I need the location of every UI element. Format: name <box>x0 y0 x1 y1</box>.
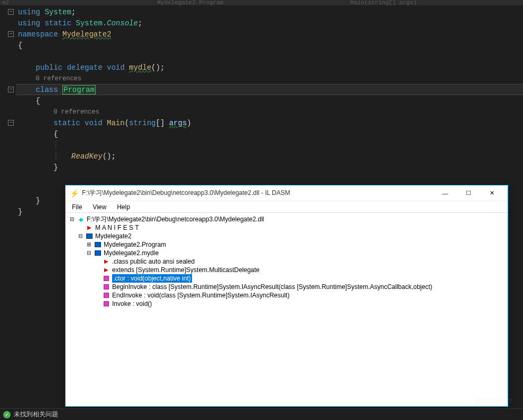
delegate-name: mydle <box>129 63 151 72</box>
assembly-icon: ◆ <box>77 215 85 223</box>
keyword: public <box>36 63 62 72</box>
tree-toggle-icon[interactable]: ⊟ <box>77 233 84 239</box>
ildasm-titlebar[interactable]: ⚡ F:\学习\Mydelegate2\bin\Debug\netcoreapp… <box>66 185 508 201</box>
brace: { <box>18 41 22 50</box>
arrow-icon: ▶ <box>103 266 110 274</box>
namespace-decl: Mydelegate2 <box>62 30 111 39</box>
keyword: using <box>18 8 40 16</box>
ildasm-menubar: File View Help <box>66 201 508 213</box>
method-icon <box>103 301 110 306</box>
tree-invoke[interactable]: Invoke : void() <box>69 300 504 308</box>
namespace-ref: System <box>44 8 71 16</box>
keyword: using static <box>18 19 71 27</box>
keyword: namespace <box>18 30 58 39</box>
breadcrumb-right: Main(string[] args) <box>351 0 417 5</box>
method-icon <box>103 284 110 290</box>
fold-icon[interactable]: − <box>8 31 14 37</box>
class-name: Program <box>63 86 95 94</box>
keyword: static <box>53 119 80 127</box>
status-text: 未找到相关问题 <box>14 410 58 419</box>
keyword: class <box>36 86 58 94</box>
class-icon <box>94 250 102 256</box>
tree-root[interactable]: ⊟◆F:\学习\Mydelegate2\bin\Debug\netcoreapp… <box>69 215 504 223</box>
tree-namespace[interactable]: ⊟Mydelegate2 <box>69 232 504 240</box>
window-title: F:\学习\Mydelegate2\bin\Debug\netcoreapp3.… <box>82 189 434 198</box>
parameter: args <box>169 119 187 127</box>
tree-class-decl[interactable]: ▶.class public auto ansi sealed <box>69 257 504 266</box>
brace: { <box>36 97 40 105</box>
class-icon <box>94 242 102 247</box>
tree-toggle-icon[interactable]: ⊞ <box>86 241 92 248</box>
fold-icon[interactable]: − <box>8 120 14 126</box>
tree-manifest[interactable]: ▶M A N I F E S T <box>69 223 504 232</box>
breadcrumb-bar: e2 Mydelegate2.Program Main(string[] arg… <box>0 0 523 5</box>
breadcrumb-left: e2 <box>2 0 9 5</box>
minimize-button[interactable]: — <box>434 186 457 201</box>
menu-help[interactable]: Help <box>113 202 134 212</box>
keyword: void <box>85 119 103 127</box>
namespace-ref: System. <box>76 19 107 27</box>
keyword: void <box>107 63 125 72</box>
codelens-references[interactable]: 0 references <box>53 108 99 116</box>
tree-ctor-selected[interactable]: .ctor : void(object,native int) <box>69 274 504 283</box>
status-bar: ✓ 未找到相关问题 <box>0 408 523 420</box>
tree-extends[interactable]: ▶extends [System.Runtime]System.Multicas… <box>69 266 504 274</box>
method-call: ReadKey <box>71 152 103 161</box>
tree-endinvoke[interactable]: EndInvoke : void(class [System.Runtime]S… <box>69 291 504 300</box>
class-ref: Console <box>107 19 138 27</box>
menu-file[interactable]: File <box>68 202 86 212</box>
manifest-icon: ▶ <box>86 223 93 232</box>
tree-toggle-icon[interactable]: ⊟ <box>86 250 92 256</box>
tree-begininvoke[interactable]: BeginInvoke : class [System.Runtime]Syst… <box>69 283 504 291</box>
status-ok-icon: ✓ <box>3 411 11 418</box>
tree-toggle-icon[interactable]: ⊟ <box>69 216 75 222</box>
ildasm-window[interactable]: ⚡ F:\学习\Mydelegate2\bin\Debug\netcoreapp… <box>65 185 508 407</box>
brace: } <box>53 163 58 172</box>
method-icon <box>103 293 110 298</box>
codelens-references[interactable]: 0 references <box>36 75 81 82</box>
menu-view[interactable]: View <box>88 202 111 212</box>
tree-class-mydle[interactable]: ⊟Mydelegate2.mydle <box>69 249 504 257</box>
fold-icon[interactable]: − <box>8 87 14 92</box>
close-button[interactable]: ✕ <box>480 186 503 201</box>
tree-class-program[interactable]: ⊞Mydelegate2.Program <box>69 240 504 249</box>
maximize-button[interactable]: ☐ <box>457 186 480 201</box>
method-icon <box>103 276 110 281</box>
assembly-tree[interactable]: ⊟◆F:\学习\Mydelegate2\bin\Debug\netcoreapp… <box>66 213 508 310</box>
brace: { <box>53 130 58 138</box>
bolt-icon: ⚡ <box>70 189 79 198</box>
watermark: @51CTO 57 <box>474 397 512 405</box>
gutter: − − − − <box>0 5 16 407</box>
type: string <box>129 119 155 127</box>
method-name: Main <box>107 119 125 127</box>
keyword: delegate <box>67 63 102 72</box>
breadcrumb-mid: Mydelegate2.Program <box>157 0 223 5</box>
fold-icon[interactable]: − <box>8 9 14 15</box>
namespace-icon <box>86 234 93 239</box>
arrow-icon: ▶ <box>103 257 110 266</box>
